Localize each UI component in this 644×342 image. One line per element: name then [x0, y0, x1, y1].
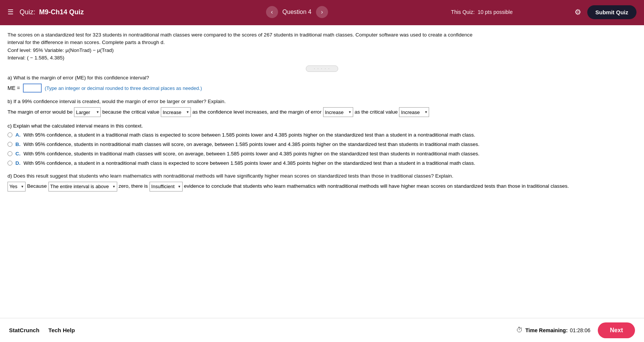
tech-help-link[interactable]: Tech Help — [48, 327, 75, 333]
part-b-connector3: as the critical value — [355, 108, 398, 117]
part-a-label: a) What is the margin of error (ME) for … — [8, 75, 636, 81]
part-b-dropdown4-wrapper: Increase decrease — [399, 107, 429, 117]
part-d-dropdown3-wrapper: Insufficient Strong — [150, 182, 183, 192]
option-c-text: With 95% confidence, students in traditi… — [24, 150, 479, 158]
submit-quiz-button[interactable]: Submit Quiz — [587, 5, 637, 19]
part-b-row: The margin of error would be Larger Smal… — [8, 107, 636, 117]
radio-d[interactable] — [8, 161, 12, 166]
option-d: D. With 95% confidence, a student in a n… — [8, 160, 636, 167]
me-row: ME = (Type an integer or decimal rounded… — [8, 84, 636, 93]
part-b-connector1: because the critical value — [102, 108, 159, 117]
part-c-label: c) Explain what the calculated interval … — [8, 123, 636, 129]
option-c: C. With 95% confidence, students in trad… — [8, 150, 636, 158]
part-d-dropdown2-wrapper: The entire interval is above The interva… — [48, 182, 117, 192]
time-value: 01:28:06 — [570, 327, 591, 333]
quiz-pts-value: 10 pts possible — [478, 9, 512, 15]
radio-a[interactable] — [8, 132, 12, 137]
part-d-dropdown1[interactable]: Yes No — [8, 182, 26, 192]
next-button[interactable]: Next — [598, 322, 635, 338]
context-line3: Conf level: 95% Variable: μ(NonTrad) − μ… — [8, 47, 636, 54]
header-nav: ‹ Question 4 › — [204, 6, 389, 18]
option-b-text: With 95% confidence, students in nontrad… — [24, 141, 479, 148]
part-b-dropdown2-wrapper: Increase decrease — [161, 107, 191, 117]
question-label: Question 4 — [283, 9, 311, 15]
radio-c[interactable] — [8, 151, 12, 156]
time-label: Time Remaining: — [525, 327, 568, 333]
part-d-dropdown2[interactable]: The entire interval is above The interva… — [48, 182, 117, 192]
prev-question-button[interactable]: ‹ — [266, 6, 278, 18]
part-d-suffix: evidence to conclude that students who l… — [184, 182, 569, 191]
part-b-dropdown1[interactable]: Larger Smaller — [74, 107, 101, 117]
me-label: ME = — [8, 85, 20, 91]
context-line2: interval for the difference in mean scor… — [8, 39, 636, 46]
me-input[interactable] — [23, 84, 42, 93]
option-a-text: With 95% confidence, a student in a trad… — [24, 132, 475, 139]
timer-icon: ⏱ — [516, 326, 523, 334]
header: ☰ Quiz: M9-Ch14 Quiz ‹ Question 4 › This… — [0, 0, 644, 24]
next-question-button[interactable]: › — [316, 6, 328, 18]
part-b-prefix: The margin of error would be — [8, 108, 73, 117]
option-a: A. With 95% confidence, a student in a t… — [8, 132, 636, 139]
quiz-name: M9-Ch14 Quiz — [39, 8, 84, 16]
footer: StatCrunch Tech Help ⏱ Time Remaining: 0… — [0, 318, 644, 342]
footer-links: StatCrunch Tech Help — [9, 327, 75, 333]
divider: · · · · · — [8, 65, 636, 72]
quiz-pts-label: This Quiz: — [451, 9, 475, 15]
quiz-pts-info: This Quiz: 10 pts possible — [389, 9, 574, 15]
part-d-section: d) Does this result suggest that student… — [8, 173, 636, 192]
context-line4: Interval: ( − 1.585, 4.385) — [8, 54, 636, 62]
part-b-section: b) If a 99% confidence interval is creat… — [8, 99, 636, 117]
part-b-dropdown4[interactable]: Increase decrease — [399, 107, 429, 117]
part-c-section: c) Explain what the calculated interval … — [8, 123, 636, 167]
part-d-connector1: Because — [27, 182, 47, 191]
part-b-dropdown3-wrapper: Increase decrease — [323, 107, 353, 117]
radio-b[interactable] — [8, 142, 12, 147]
part-b-dropdown1-wrapper: Larger Smaller — [74, 107, 101, 117]
part-d-dropdown3[interactable]: Insufficient Strong — [150, 182, 183, 192]
quiz-label: Quiz: — [20, 8, 35, 16]
part-b-label: b) If a 99% confidence interval is creat… — [8, 99, 636, 104]
context-line1: The scores on a standardized test for 32… — [8, 31, 636, 39]
part-b-connector2: as the confidence level increases, and t… — [192, 108, 322, 117]
header-title: Quiz: M9-Ch14 Quiz — [20, 8, 204, 16]
timer-section: ⏱ Time Remaining: 01:28:06 — [516, 326, 590, 334]
option-b: B. With 95% confidence, students in nont… — [8, 141, 636, 148]
part-d-connector2: zero, there is — [119, 182, 148, 191]
option-d-text: With 95% confidence, a student in a nont… — [24, 160, 475, 167]
part-a-section: a) What is the margin of error (ME) for … — [8, 75, 636, 93]
question-context: The scores on a standardized test for 32… — [8, 31, 636, 62]
footer-right: ⏱ Time Remaining: 01:28:06 Next — [516, 322, 635, 338]
part-b-dropdown2[interactable]: Increase decrease — [161, 107, 191, 117]
drag-handle[interactable]: · · · · · — [306, 65, 338, 72]
settings-button[interactable]: ⚙ — [574, 8, 581, 17]
part-d-label: d) Does this result suggest that student… — [8, 173, 636, 179]
statcrunch-link[interactable]: StatCrunch — [9, 327, 39, 333]
part-d-dropdown1-wrapper: Yes No — [8, 182, 26, 192]
main-content: The scores on a standardized test for 32… — [0, 24, 644, 318]
part-b-dropdown3[interactable]: Increase decrease — [323, 107, 353, 117]
menu-icon[interactable]: ☰ — [8, 8, 14, 16]
part-d-row: Yes No Because The entire interval is ab… — [8, 182, 636, 192]
me-hint: (Type an integer or decimal rounded to t… — [45, 85, 202, 91]
